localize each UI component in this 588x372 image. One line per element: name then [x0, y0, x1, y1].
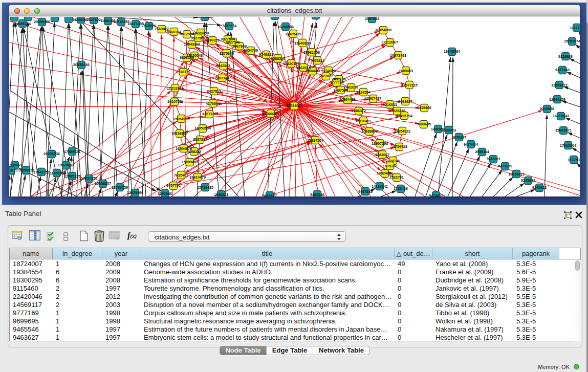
svg-text:2935114: 2935114	[475, 149, 489, 154]
svg-text:12213363: 12213363	[167, 86, 183, 91]
svg-text:11325419: 11325419	[285, 32, 301, 36]
svg-text:3624554: 3624554	[356, 90, 371, 95]
svg-text:2718176: 2718176	[176, 70, 190, 74]
svg-text:16543362: 16543362	[184, 42, 200, 47]
svg-text:1527602: 1527602	[86, 17, 101, 22]
svg-text:15751074: 15751074	[564, 39, 580, 43]
svg-text:9215958: 9215958	[540, 106, 554, 111]
svg-text:6679197: 6679197	[452, 135, 466, 140]
svg-text:3267130: 3267130	[202, 112, 216, 116]
svg-text:8454749: 8454749	[244, 48, 258, 53]
svg-text:4170041: 4170041	[206, 101, 220, 106]
svg-text:7515526: 7515526	[142, 24, 156, 28]
svg-text:13495794: 13495794	[396, 114, 412, 118]
svg-text:9115460: 9115460	[417, 105, 431, 110]
svg-text:16046910: 16046910	[308, 17, 324, 18]
svg-text:7485003: 7485003	[399, 69, 413, 73]
svg-text:8660124: 8660124	[167, 30, 181, 34]
svg-text:20206536: 20206536	[43, 151, 60, 156]
svg-text:9329966: 9329966	[558, 54, 573, 59]
svg-text:6216051: 6216051	[383, 102, 397, 107]
svg-text:15716485: 15716485	[197, 185, 213, 190]
svg-text:9777169: 9777169	[330, 80, 344, 84]
svg-text:16154808: 16154808	[375, 28, 391, 32]
svg-text:12093872: 12093872	[551, 83, 568, 87]
svg-text:1733426: 1733426	[394, 186, 408, 191]
svg-text:9467819: 9467819	[358, 189, 373, 194]
svg-text:17359924: 17359924	[64, 149, 80, 154]
svg-text:14136141: 14136141	[372, 184, 388, 189]
svg-text:15720407: 15720407	[355, 119, 372, 123]
svg-text:12505135: 12505135	[64, 174, 80, 179]
svg-text:19166827: 19166827	[171, 131, 188, 136]
svg-text:8463627: 8463627	[398, 99, 412, 104]
svg-text:8587837: 8587837	[193, 137, 207, 142]
svg-text:12923466: 12923466	[127, 190, 143, 195]
svg-text:9699695: 9699695	[417, 122, 431, 126]
svg-text:9457791: 9457791	[166, 183, 181, 188]
svg-text:20053346: 20053346	[73, 62, 90, 67]
svg-text:20364436: 20364436	[339, 97, 356, 102]
svg-text:1145193: 1145193	[50, 171, 64, 176]
svg-text:1615132: 1615132	[383, 164, 397, 168]
svg-text:7986372: 7986372	[352, 108, 366, 113]
svg-text:19384554: 19384554	[307, 138, 323, 143]
svg-text:19054905: 19054905	[173, 117, 189, 121]
svg-text:9474412: 9474412	[429, 193, 443, 196]
svg-text:10607487: 10607487	[365, 96, 381, 101]
svg-text:1120746: 1120746	[386, 159, 400, 163]
svg-text:16218506: 16218506	[277, 25, 294, 29]
svg-text:8186323: 8186323	[205, 38, 220, 42]
svg-text:1117749: 1117749	[570, 26, 580, 30]
svg-text:8813054: 8813054	[268, 17, 282, 18]
svg-text:10025438: 10025438	[389, 108, 405, 113]
svg-text:9463627: 9463627	[263, 193, 277, 196]
svg-text:9245612: 9245612	[521, 178, 535, 183]
svg-text:10958107: 10958107	[95, 181, 111, 186]
svg-text:1621072: 1621072	[319, 74, 333, 78]
svg-text:8471676: 8471676	[498, 164, 512, 168]
svg-text:14353594: 14353594	[194, 126, 211, 130]
svg-text:17010504: 17010504	[560, 143, 576, 148]
svg-text:7632621: 7632621	[486, 157, 500, 161]
svg-text:1610755: 1610755	[167, 99, 182, 104]
svg-text:7955812: 7955812	[310, 58, 324, 63]
svg-text:7625402: 7625402	[174, 173, 188, 178]
svg-text:12156829: 12156829	[18, 168, 34, 172]
svg-text:16210643: 16210643	[553, 114, 569, 118]
svg-text:17957255: 17957255	[81, 176, 97, 181]
svg-text:9242845: 9242845	[216, 63, 230, 68]
svg-text:20691406: 20691406	[34, 19, 50, 24]
svg-text:1588520: 1588520	[271, 56, 285, 61]
svg-text:13640910: 13640910	[294, 41, 311, 46]
svg-text:1096223: 1096223	[214, 192, 228, 196]
svg-text:23420046: 23420046	[186, 53, 203, 58]
svg-text:16033809: 16033809	[197, 17, 213, 19]
svg-text:13654923: 13654923	[394, 129, 410, 134]
svg-text:16782759: 16782759	[112, 185, 128, 190]
svg-text:1292346: 1292346	[158, 191, 172, 196]
svg-text:3919121: 3919121	[9, 168, 18, 172]
svg-text:4498222: 4498222	[187, 149, 201, 154]
svg-text:9904443: 9904443	[306, 69, 320, 73]
svg-text:2522741: 2522741	[389, 175, 404, 180]
svg-text:3875645: 3875645	[220, 51, 234, 56]
svg-text:9465546: 9465546	[310, 192, 324, 196]
svg-text:1935061: 1935061	[9, 163, 22, 167]
svg-text:18300295: 18300295	[263, 112, 279, 116]
svg-text:9245613: 9245613	[532, 185, 547, 190]
svg-text:9884067: 9884067	[375, 152, 389, 157]
svg-text:18907293: 18907293	[372, 141, 388, 146]
svg-text:17942757: 17942757	[33, 170, 50, 174]
svg-text:18724007: 18724007	[286, 103, 302, 108]
svg-text:12444159: 12444159	[549, 97, 565, 102]
svg-text:9474444: 9474444	[464, 142, 478, 147]
svg-text:9227343: 9227343	[555, 68, 570, 72]
svg-text:10688609: 10688609	[361, 129, 378, 134]
svg-text:19756928: 19756928	[391, 144, 407, 149]
svg-text:12973115: 12973115	[401, 83, 418, 87]
svg-text:10654112: 10654112	[508, 172, 525, 177]
svg-text:8427512: 8427512	[207, 89, 221, 94]
svg-text:9734028: 9734028	[321, 69, 336, 73]
svg-text:8938923: 8938923	[442, 128, 456, 133]
